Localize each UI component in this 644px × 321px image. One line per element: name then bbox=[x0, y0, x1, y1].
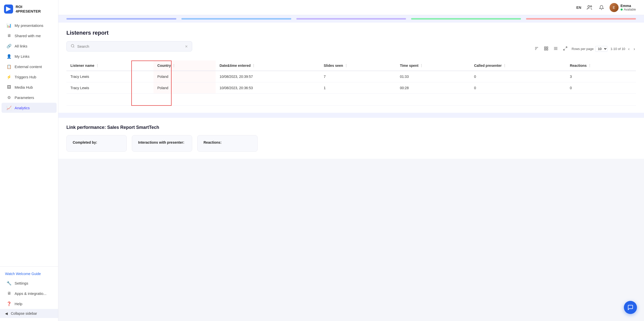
sidebar-item-media-hub[interactable]: 🖼 Media Hub bbox=[2, 82, 57, 92]
pagination-info: 1-10 of 10 ‹ › bbox=[611, 46, 636, 52]
perf-card-title-1: Completed by: bbox=[73, 140, 120, 144]
rows-per-page-control: Rows per page 10 25 50 bbox=[572, 46, 607, 52]
svg-rect-10 bbox=[547, 47, 548, 48]
parameters-icon: ⚙ bbox=[7, 95, 12, 100]
search-icon bbox=[71, 44, 75, 49]
sidebar-item-apps-integrations[interactable]: 🖥 Apps & integratio... bbox=[2, 288, 57, 298]
collapse-label: Collapse sidebar bbox=[11, 311, 37, 315]
collapse-sidebar-button[interactable]: ◀ Collapse sidebar bbox=[0, 309, 58, 318]
cell-slides-seen-1: 7 bbox=[320, 71, 396, 82]
user-name: Emma bbox=[621, 4, 636, 8]
sidebar-item-label: My presentations bbox=[15, 23, 43, 28]
col-menu-icon[interactable]: ⋮ bbox=[252, 64, 255, 67]
sidebar-item-label: Triggers Hub bbox=[15, 75, 36, 79]
sidebar-item-parameters[interactable]: ⚙ Parameters bbox=[2, 92, 57, 102]
perf-card-title-3: Reactions: bbox=[204, 140, 251, 144]
status-text: Available bbox=[624, 8, 636, 11]
sidebar-bottom: Watch Welcome Guide 🔧 Settings 🖥 Apps & … bbox=[0, 266, 58, 321]
listeners-report-section: Listeners report ✕ bbox=[58, 23, 644, 113]
language-selector[interactable]: EN bbox=[576, 6, 581, 10]
svg-point-4 bbox=[71, 44, 74, 47]
col-menu-icon[interactable]: ⋮ bbox=[420, 64, 423, 67]
progress-bars-area bbox=[58, 15, 644, 23]
users-icon[interactable] bbox=[585, 4, 593, 12]
list-view-icon[interactable] bbox=[552, 45, 559, 53]
logo-text: ROI4PRESENTER bbox=[16, 5, 41, 14]
rows-per-page-label: Rows per page bbox=[572, 47, 593, 51]
sidebar-item-external-content[interactable]: 📋 External content bbox=[2, 62, 57, 72]
triggers-icon: ⚡ bbox=[7, 74, 12, 79]
sidebar-item-triggers-hub[interactable]: ⚡ Triggers Hub bbox=[2, 72, 57, 82]
progress-bar-3 bbox=[296, 18, 406, 20]
sidebar-item-my-presentations[interactable]: 📊 My presentations bbox=[2, 20, 57, 30]
progress-bar-5 bbox=[526, 18, 636, 20]
search-bar[interactable]: ✕ bbox=[66, 41, 192, 51]
col-menu-icon[interactable]: ⋮ bbox=[588, 64, 591, 67]
table-row-empty bbox=[66, 94, 636, 106]
perf-card-reactions: Reactions: bbox=[197, 135, 258, 152]
welcome-guide-link[interactable]: Watch Welcome Guide bbox=[0, 270, 58, 278]
next-page-button[interactable]: › bbox=[633, 46, 636, 52]
cell-reactions-2: 0 bbox=[566, 82, 636, 94]
col-menu-icon[interactable]: ⋮ bbox=[96, 64, 99, 67]
pagination-range: 1-10 of 10 bbox=[611, 47, 625, 51]
svg-rect-9 bbox=[545, 47, 546, 48]
sidebar-item-help[interactable]: ❓ Help bbox=[2, 299, 57, 309]
cell-called-presenter-2: 0 bbox=[470, 82, 566, 94]
sidebar-item-label: Parameters bbox=[15, 95, 34, 100]
cell-called-presenter-1: 0 bbox=[470, 71, 566, 82]
col-menu-icon[interactable]: ⋮ bbox=[172, 64, 175, 67]
link-performance-cards: Completed by: Interactions with presente… bbox=[66, 135, 636, 152]
sidebar-item-analytics[interactable]: 📈 Analytics bbox=[2, 103, 57, 113]
col-header-listener-name: Listener name ⋮ bbox=[66, 61, 153, 71]
listeners-report-table: Listener name ⋮ Country ⋮ bbox=[66, 61, 636, 106]
search-clear-icon[interactable]: ✕ bbox=[185, 44, 188, 48]
nav-items: 📊 My presentations 🖥 Shared with me 🔗 Al… bbox=[0, 18, 58, 266]
col-menu-icon[interactable]: ⋮ bbox=[345, 64, 348, 67]
expand-icon[interactable] bbox=[562, 45, 569, 53]
col-header-slides-seen: Slides seen ⋮ bbox=[320, 61, 396, 71]
cell-time-spent-1: 01:33 bbox=[396, 71, 470, 82]
sidebar-item-label: Shared with me bbox=[15, 34, 41, 38]
listeners-report-title: Listeners report bbox=[66, 30, 636, 36]
col-header-date-time: Date&time entered ⋮ bbox=[216, 61, 320, 71]
filter-icon[interactable] bbox=[533, 45, 540, 53]
rows-per-page-select[interactable]: 10 25 50 bbox=[595, 46, 608, 52]
settings-icon: 🔧 bbox=[7, 281, 12, 286]
user-avatar-area[interactable]: E Emma Available bbox=[610, 3, 636, 12]
sidebar-item-all-links[interactable]: 🔗 All links bbox=[2, 41, 57, 51]
sidebar-item-label: Apps & integratio... bbox=[15, 291, 47, 296]
sidebar-item-label: Media Hub bbox=[15, 85, 33, 89]
sidebar-item-label: My Links bbox=[15, 54, 29, 59]
sidebar-item-my-links[interactable]: 👤 My Links bbox=[2, 51, 57, 61]
sidebar-item-label: Help bbox=[15, 302, 22, 306]
sidebar-item-shared-with-me[interactable]: 🖥 Shared with me bbox=[2, 31, 57, 41]
chat-button[interactable] bbox=[624, 301, 637, 314]
col-header-time-spent: Time spent ⋮ bbox=[396, 61, 470, 71]
header: EN E Emma Available bbox=[58, 0, 644, 15]
cell-country-1: Poland bbox=[153, 71, 216, 82]
cell-date-time-1: 10/08/2023, 20:39:57 bbox=[216, 71, 320, 82]
svg-line-17 bbox=[564, 49, 565, 50]
grid-view-icon[interactable] bbox=[543, 45, 549, 53]
perf-card-completed-by: Completed by: bbox=[66, 135, 127, 152]
search-input[interactable] bbox=[77, 44, 182, 48]
svg-point-2 bbox=[588, 5, 589, 7]
link-performance-title: Link performance: Sales Report SmartTech bbox=[66, 125, 636, 130]
notifications-bell-icon[interactable] bbox=[597, 4, 606, 12]
sidebar-item-label: All links bbox=[15, 44, 27, 48]
cell-listener-name-2: Tracy Lewis bbox=[66, 82, 153, 94]
cell-slides-seen-2: 1 bbox=[320, 82, 396, 94]
table-row: Tracy Lewis Poland 10/08/2023, 20:36:53 … bbox=[66, 82, 636, 94]
col-menu-icon[interactable]: ⋮ bbox=[503, 64, 506, 67]
user-status: Available bbox=[621, 8, 636, 11]
prev-page-button[interactable]: ‹ bbox=[627, 46, 630, 52]
col-header-called-presenter: Called presenter ⋮ bbox=[470, 61, 566, 71]
analytics-icon: 📈 bbox=[7, 105, 12, 110]
table-row: Tracy Lewis Poland 10/08/2023, 20:39:57 … bbox=[66, 71, 636, 82]
section-separator bbox=[58, 113, 644, 118]
logo-area[interactable]: ROI4PRESENTER bbox=[0, 0, 58, 18]
perf-card-interactions: Interactions with presenter: bbox=[132, 135, 192, 152]
cell-time-spent-2: 00:28 bbox=[396, 82, 470, 94]
sidebar-item-settings[interactable]: 🔧 Settings bbox=[2, 278, 57, 288]
